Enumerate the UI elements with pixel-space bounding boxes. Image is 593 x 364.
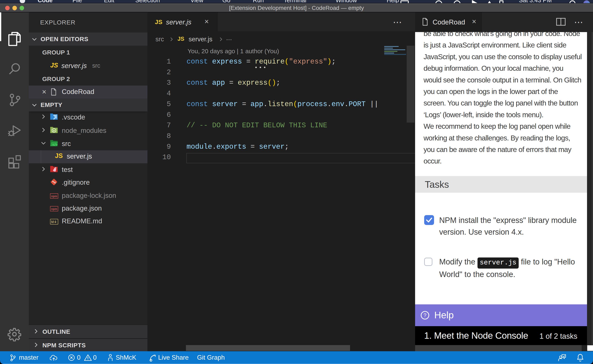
svg-text:js: js bbox=[53, 129, 55, 132]
svg-text:?: ? bbox=[424, 312, 426, 318]
svg-text:</>: </> bbox=[52, 143, 57, 147]
svg-text:M: M bbox=[51, 220, 54, 224]
svg-text:npm: npm bbox=[51, 195, 57, 198]
svg-text:npm: npm bbox=[51, 207, 57, 211]
